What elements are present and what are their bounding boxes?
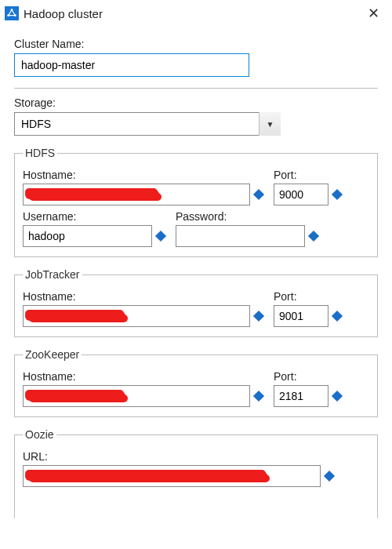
cluster-name-label: Cluster Name: xyxy=(14,38,378,50)
link-diamond-icon[interactable] xyxy=(253,189,264,200)
hdfs-username-label: Username: xyxy=(23,210,165,223)
link-diamond-icon[interactable] xyxy=(253,311,264,322)
zookeeper-hostname-input[interactable] xyxy=(23,385,250,407)
hadoop-cluster-icon xyxy=(5,6,19,20)
hdfs-password-label: Password: xyxy=(176,210,318,223)
zookeeper-port-label: Port: xyxy=(274,370,341,383)
link-diamond-icon[interactable] xyxy=(155,231,166,242)
dialog-title: Hadoop cluster xyxy=(24,7,358,20)
divider xyxy=(14,88,378,89)
link-diamond-icon[interactable] xyxy=(308,231,319,242)
storage-select-value[interactable] xyxy=(14,112,281,136)
chevron-down-icon[interactable]: ▼ xyxy=(259,112,281,136)
jobtracker-port-label: Port: xyxy=(274,290,341,303)
zookeeper-port-input[interactable] xyxy=(274,385,328,407)
hdfs-port-label: Port: xyxy=(274,169,341,181)
link-diamond-icon[interactable] xyxy=(253,391,264,402)
hdfs-hostname-input[interactable] xyxy=(23,184,250,205)
oozie-group: Oozie URL: xyxy=(14,428,378,518)
link-diamond-icon[interactable] xyxy=(332,189,343,200)
hdfs-port-input[interactable] xyxy=(274,184,328,205)
zookeeper-hostname-label: Hostname: xyxy=(23,370,263,383)
oozie-url-label: URL: xyxy=(23,450,369,463)
storage-select[interactable]: ▼ xyxy=(14,112,281,136)
hdfs-password-input[interactable] xyxy=(176,225,305,247)
titlebar: Hadoop cluster ✕ xyxy=(0,0,392,25)
close-button[interactable]: ✕ xyxy=(363,5,384,22)
link-diamond-icon[interactable] xyxy=(332,311,343,322)
dialog-content: Cluster Name: Storage: ▼ HDFS Hostname: … xyxy=(0,25,392,518)
oozie-url-input[interactable] xyxy=(23,465,321,487)
jobtracker-group: JobTracker Hostname: Port: xyxy=(14,268,378,337)
zookeeper-legend: ZooKeeper xyxy=(23,348,82,361)
link-diamond-icon[interactable] xyxy=(324,471,335,482)
oozie-legend: Oozie xyxy=(23,428,56,441)
cluster-name-input[interactable] xyxy=(14,53,249,77)
hdfs-hostname-label: Hostname: xyxy=(23,169,263,181)
jobtracker-legend: JobTracker xyxy=(23,268,82,281)
jobtracker-hostname-label: Hostname: xyxy=(23,290,263,303)
link-diamond-icon[interactable] xyxy=(332,391,343,402)
jobtracker-hostname-input[interactable] xyxy=(23,305,250,327)
jobtracker-port-input[interactable] xyxy=(274,305,328,327)
hdfs-legend: HDFS xyxy=(23,147,57,159)
hdfs-group: HDFS Hostname: Port: Username: xyxy=(14,147,378,257)
hdfs-username-input[interactable] xyxy=(23,225,152,247)
zookeeper-group: ZooKeeper Hostname: Port: xyxy=(14,348,378,417)
storage-label: Storage: xyxy=(14,96,378,109)
